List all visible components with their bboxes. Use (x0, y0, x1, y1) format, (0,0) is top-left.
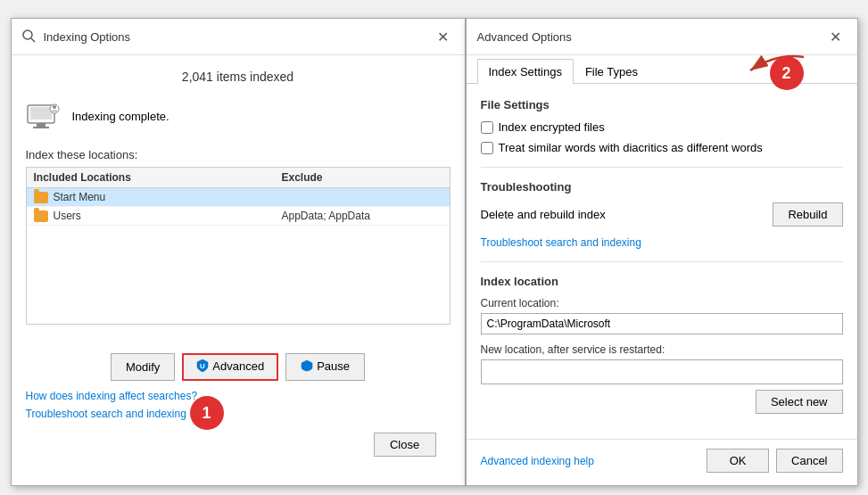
rebuild-row: Delete and rebuild index Rebuild (481, 202, 843, 227)
index-locations-label: Index these locations: (26, 148, 451, 161)
right-titlebar: Advanced Options ✕ (467, 19, 857, 55)
index-encrypted-label: Index encrypted files (499, 120, 605, 134)
row-exclude-users: AppData; AppData (282, 210, 442, 222)
col-header-exclude: Exclude (282, 171, 442, 184)
advanced-indexing-link[interactable]: Advanced indexing help (481, 455, 594, 467)
divider-1 (481, 167, 843, 168)
right-dialog-title: Advanced Options (477, 30, 572, 44)
svg-point-7 (53, 105, 56, 109)
pause-icon (301, 359, 313, 372)
svg-text:U: U (200, 362, 205, 370)
table-row[interactable]: Start Menu (27, 188, 450, 207)
diacritics-label: Treat similar words with diacritics as d… (499, 141, 763, 154)
index-location-title: Index location (481, 275, 843, 288)
svg-rect-5 (30, 107, 52, 120)
table-body: Start Menu Users AppData; AppData (27, 188, 450, 324)
left-footer: Modify U Advanced Pa (12, 353, 465, 485)
items-count: 2,041 items indexed (26, 70, 451, 84)
select-new-row: Select new (481, 390, 843, 414)
svg-point-0 (23, 30, 32, 39)
advanced-button[interactable]: U Advanced (182, 353, 278, 381)
ok-button[interactable]: OK (707, 449, 769, 473)
troubleshoot-link-left[interactable]: Troubleshoot search and indexing (26, 408, 451, 420)
right-footer: Advanced indexing help OK Cancel (467, 439, 857, 485)
right-footer-buttons: OK Cancel (707, 449, 842, 473)
table-row[interactable]: Users AppData; AppData (27, 207, 450, 226)
current-location-label: Current location: (481, 297, 843, 309)
index-encrypted-checkbox[interactable] (481, 121, 493, 134)
col-header-included: Included Locations (34, 171, 282, 184)
how-does-indexing-link[interactable]: How does indexing affect searches? (26, 390, 451, 402)
pause-button[interactable]: Pause (285, 353, 365, 381)
troubleshoot-search-link[interactable]: Troubleshoot search and indexing (481, 236, 641, 249)
rebuild-label: Delete and rebuild index (481, 208, 606, 221)
svg-rect-3 (37, 123, 45, 127)
modify-button[interactable]: Modify (111, 353, 175, 381)
right-content: File Settings Index encrypted files Trea… (467, 84, 857, 439)
troubleshoot-section: Troubleshooting Delete and rebuild index… (481, 180, 843, 249)
divider-2 (481, 261, 843, 262)
annotation-1: 1 (190, 396, 224, 430)
checkbox-row-encrypted: Index encrypted files (481, 120, 843, 134)
row-name-start-menu: Start Menu (34, 191, 282, 203)
left-close-button[interactable]: ✕ (433, 26, 454, 47)
left-dialog-title: Indexing Options (22, 29, 131, 44)
indexing-status: Indexing complete. (72, 110, 169, 123)
close-button[interactable]: Close (374, 433, 436, 457)
table-header: Included Locations Exclude (27, 168, 450, 188)
file-settings-title: File Settings (481, 98, 843, 111)
locations-table: Included Locations Exclude Start Menu (26, 167, 451, 325)
tab-file-types[interactable]: File Types (574, 59, 649, 84)
folder-icon (34, 210, 48, 222)
computer-icon (26, 98, 62, 134)
advanced-options-dialog: Advanced Options ✕ Index Settings File T… (466, 18, 858, 486)
index-location-section: Index location Current location: New loc… (481, 275, 843, 414)
left-titlebar: Indexing Options ✕ (12, 19, 465, 55)
folder-icon (34, 192, 48, 203)
current-location-input[interactable] (481, 313, 843, 334)
shield-icon: U (196, 359, 209, 373)
select-new-button[interactable]: Select new (756, 390, 843, 414)
tab-index-settings[interactable]: Index Settings (477, 59, 574, 84)
indexing-status-row: Indexing complete. (26, 98, 451, 134)
svg-line-1 (31, 38, 35, 42)
right-close-button[interactable]: ✕ (825, 26, 847, 47)
close-btn-row: Close (26, 425, 451, 471)
cancel-button[interactable]: Cancel (776, 449, 842, 473)
rebuild-button[interactable]: Rebuild (773, 202, 842, 227)
annotation-2: 2 (770, 56, 804, 90)
row-name-users: Users (34, 210, 282, 222)
new-location-input[interactable] (481, 359, 843, 384)
svg-rect-4 (33, 127, 49, 128)
search-icon (22, 29, 37, 44)
diacritics-checkbox[interactable] (481, 142, 493, 154)
left-content: 2,041 items indexed Indexing complete. I… (12, 55, 465, 353)
checkbox-row-diacritics: Treat similar words with diacritics as d… (481, 141, 843, 154)
footer-buttons: Modify U Advanced Pa (26, 353, 451, 381)
new-location-label: New location, after service is restarted… (481, 343, 843, 356)
indexing-options-dialog: Indexing Options ✕ 2,041 items indexed (11, 18, 466, 486)
troubleshoot-title: Troubleshooting (481, 180, 843, 194)
